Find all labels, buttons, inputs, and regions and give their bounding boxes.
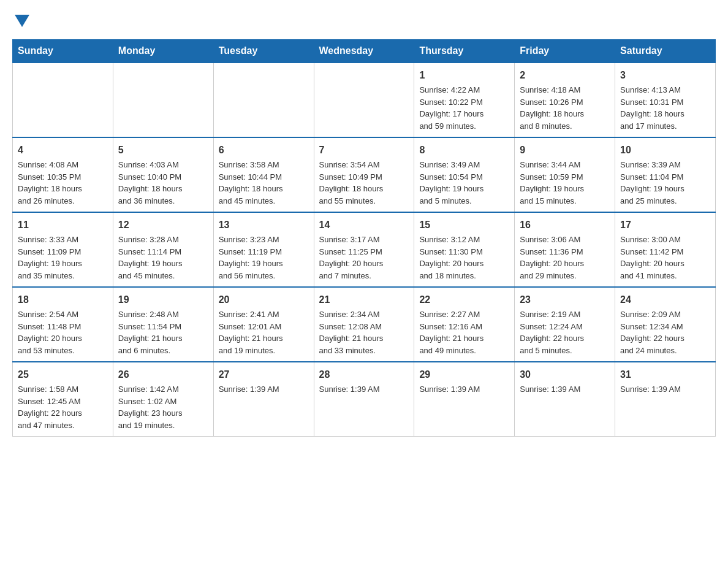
day-info: Daylight: 18 hours (520, 108, 610, 120)
day-info: Sunset: 10:40 PM (118, 171, 208, 183)
day-info: and 5 minutes. (520, 345, 610, 357)
day-info: and 18 minutes. (419, 270, 509, 282)
day-info: and 6 minutes. (118, 345, 208, 357)
calendar-cell (314, 63, 414, 138)
day-info: Sunrise: 1:58 AM (18, 383, 108, 396)
day-info: Daylight: 21 hours (319, 332, 409, 345)
day-info: Daylight: 19 hours (118, 258, 208, 270)
calendar-cell: 19Sunrise: 2:48 AMSunset: 11:54 PMDaylig… (113, 287, 213, 362)
day-info: Daylight: 18 hours (18, 183, 108, 195)
day-info: Sunrise: 1:39 AM (419, 383, 509, 396)
calendar-table: SundayMondayTuesdayWednesdayThursdayFrid… (12, 39, 716, 437)
day-number: 12 (118, 218, 208, 232)
day-info: Sunset: 12:34 AM (620, 321, 710, 333)
calendar-cell: 24Sunrise: 2:09 AMSunset: 12:34 AMDaylig… (615, 287, 716, 362)
day-number: 15 (419, 218, 509, 232)
calendar-cell (113, 63, 213, 138)
day-info: Sunset: 11:19 PM (219, 246, 309, 258)
day-info: Sunset: 10:44 PM (219, 171, 309, 183)
day-info: Sunset: 11:09 PM (18, 246, 108, 258)
day-info: Daylight: 20 hours (18, 332, 108, 345)
day-number: 16 (520, 218, 610, 232)
day-info: Daylight: 19 hours (219, 258, 309, 270)
day-number: 30 (520, 367, 610, 382)
calendar-cell: 3Sunrise: 4:13 AMSunset: 10:31 PMDayligh… (615, 63, 716, 138)
day-number: 2 (520, 68, 610, 83)
calendar-cell: 7Sunrise: 3:54 AMSunset: 10:49 PMDayligh… (314, 137, 414, 212)
calendar-cell: 14Sunrise: 3:17 AMSunset: 11:25 PMDaylig… (314, 212, 414, 287)
calendar-cell: 8Sunrise: 3:49 AMSunset: 10:54 PMDayligh… (414, 137, 515, 212)
calendar-cell: 18Sunrise: 2:54 AMSunset: 11:48 PMDaylig… (13, 287, 113, 362)
day-info: and 15 minutes. (520, 195, 610, 207)
day-info: and 25 minutes. (620, 195, 710, 207)
calendar-header-sunday: Sunday (13, 39, 113, 63)
day-info: Sunrise: 3:44 AM (520, 159, 610, 171)
calendar-cell (213, 63, 314, 138)
day-info: and 5 minutes. (419, 195, 509, 207)
calendar-cell: 4Sunrise: 4:08 AMSunset: 10:35 PMDayligh… (13, 137, 113, 212)
day-number: 9 (520, 143, 610, 158)
calendar-cell: 16Sunrise: 3:06 AMSunset: 11:36 PMDaylig… (515, 212, 615, 287)
calendar-cell: 27Sunrise: 1:39 AM (213, 362, 314, 437)
day-number: 6 (219, 143, 309, 158)
day-number: 3 (620, 68, 710, 83)
day-info: Sunrise: 2:19 AM (520, 308, 610, 321)
day-number: 19 (118, 293, 208, 307)
day-info: Sunset: 11:30 PM (419, 246, 509, 258)
day-info: Sunset: 10:54 PM (419, 171, 509, 183)
day-number: 14 (319, 218, 409, 232)
day-info: Daylight: 22 hours (620, 332, 710, 345)
day-number: 13 (219, 218, 309, 232)
day-info: Daylight: 21 hours (118, 332, 208, 345)
calendar-cell: 22Sunrise: 2:27 AMSunset: 12:16 AMDaylig… (414, 287, 515, 362)
page-header (12, 12, 716, 27)
day-info: Sunset: 10:31 PM (620, 96, 710, 109)
day-info: Sunset: 11:14 PM (118, 246, 208, 258)
day-number: 22 (419, 293, 509, 307)
day-info: Sunset: 12:45 AM (18, 396, 108, 408)
day-info: Sunset: 10:35 PM (18, 171, 108, 183)
calendar-header-saturday: Saturday (615, 39, 716, 63)
calendar-header-tuesday: Tuesday (213, 39, 314, 63)
day-info: Sunset: 11:04 PM (620, 171, 710, 183)
calendar-cell: 10Sunrise: 3:39 AMSunset: 11:04 PMDaylig… (615, 137, 716, 212)
calendar-cell: 15Sunrise: 3:12 AMSunset: 11:30 PMDaylig… (414, 212, 515, 287)
day-info: Sunset: 12:08 AM (319, 321, 409, 333)
day-number: 18 (18, 293, 108, 307)
calendar-cell: 6Sunrise: 3:58 AMSunset: 10:44 PMDayligh… (213, 137, 314, 212)
calendar-cell: 2Sunrise: 4:18 AMSunset: 10:26 PMDayligh… (515, 63, 615, 138)
calendar-cell: 30Sunrise: 1:39 AM (515, 362, 615, 437)
calendar-cell: 29Sunrise: 1:39 AM (414, 362, 515, 437)
day-info: Sunrise: 3:23 AM (219, 234, 309, 246)
day-info: and 49 minutes. (419, 345, 509, 357)
calendar-cell: 12Sunrise: 3:28 AMSunset: 11:14 PMDaylig… (113, 212, 213, 287)
day-number: 26 (118, 367, 208, 382)
calendar-cell: 9Sunrise: 3:44 AMSunset: 10:59 PMDayligh… (515, 137, 615, 212)
day-info: Sunset: 10:26 PM (520, 96, 610, 109)
calendar-cell: 5Sunrise: 4:03 AMSunset: 10:40 PMDayligh… (113, 137, 213, 212)
day-number: 28 (319, 367, 409, 382)
calendar-cell: 11Sunrise: 3:33 AMSunset: 11:09 PMDaylig… (13, 212, 113, 287)
day-info: and 45 minutes. (118, 270, 208, 282)
day-info: and 47 minutes. (18, 419, 108, 432)
day-info: Sunset: 12:01 AM (219, 321, 309, 333)
calendar-cell: 25Sunrise: 1:58 AMSunset: 12:45 AMDaylig… (13, 362, 113, 437)
day-number: 20 (219, 293, 309, 307)
day-info: Sunset: 1:02 AM (118, 396, 208, 408)
day-number: 31 (620, 367, 710, 382)
day-number: 21 (319, 293, 409, 307)
day-info: Sunrise: 1:39 AM (620, 383, 710, 396)
calendar-week-row: 4Sunrise: 4:08 AMSunset: 10:35 PMDayligh… (13, 137, 716, 212)
day-info: Daylight: 22 hours (520, 332, 610, 345)
calendar-week-row: 11Sunrise: 3:33 AMSunset: 11:09 PMDaylig… (13, 212, 716, 287)
day-info: Sunrise: 2:27 AM (419, 308, 509, 321)
day-info: and 33 minutes. (319, 345, 409, 357)
day-info: Daylight: 20 hours (520, 258, 610, 270)
day-info: and 55 minutes. (319, 195, 409, 207)
day-info: Daylight: 19 hours (520, 183, 610, 195)
day-info: Daylight: 20 hours (319, 258, 409, 270)
day-info: Sunrise: 3:17 AM (319, 234, 409, 246)
day-info: Sunset: 12:24 AM (520, 321, 610, 333)
day-number: 5 (118, 143, 208, 158)
calendar-header-thursday: Thursday (414, 39, 515, 63)
